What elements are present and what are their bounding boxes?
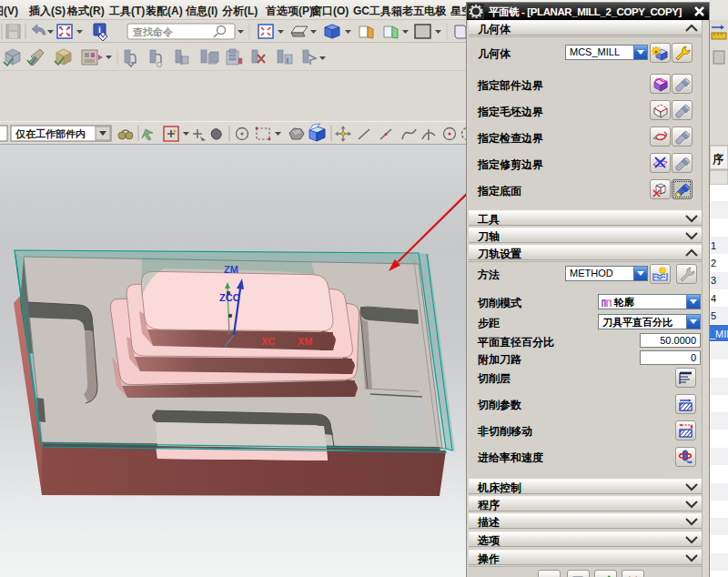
svg-text:5: 5 [711, 310, 716, 321]
svg-text:_MIL: _MIL [710, 329, 728, 339]
svg-text:XC: XC [261, 336, 275, 347]
svg-text:序: 序 [712, 153, 723, 166]
svg-text:1: 1 [711, 240, 716, 251]
svg-text:XM: XM [298, 336, 313, 347]
svg-text:2: 2 [711, 258, 716, 268]
svg-text:3: 3 [711, 275, 716, 286]
svg-text:ZCC: ZCC [219, 292, 240, 303]
svg-text:4: 4 [711, 293, 716, 304]
